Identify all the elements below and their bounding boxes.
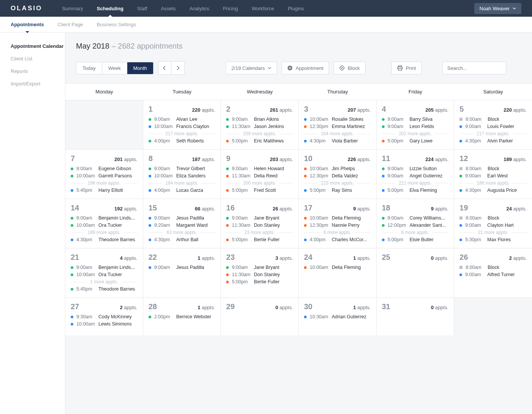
calendar-cell[interactable]: 281 appts.2:00pmBernice Webster xyxy=(143,297,221,335)
calendar-cell[interactable]: 12189 appts.8:00amBlock9:00amEarl West18… xyxy=(454,149,532,199)
appointment[interactable]: 5:45pmTheodore Barnes xyxy=(71,286,138,292)
appointment[interactable]: 11:30amDon Stanley xyxy=(226,223,293,228)
view-today[interactable]: Today xyxy=(76,62,102,74)
appointment[interactable]: 9:00amCorey Williams... xyxy=(382,215,449,221)
calendar-cell[interactable]: 2261 appts.9:00amBrian Atkins11:30amJaso… xyxy=(221,100,299,149)
calendar-cell[interactable]: 9203 appts.9:00amHelen Howard11:30amDeli… xyxy=(221,149,299,199)
appointment[interactable]: 5:00pmElva Fleming xyxy=(382,188,449,193)
calendar-cell[interactable]: 262 appts.8:00amBlock9:00amAlfred Turner xyxy=(454,248,532,297)
appointment[interactable]: 10:30amAdrian Gutierrez xyxy=(304,314,371,319)
more-appts[interactable]: 221 more appts. xyxy=(382,180,449,186)
nav-assets[interactable]: Assets xyxy=(161,0,176,17)
next-month-button[interactable] xyxy=(171,62,184,74)
appointment[interactable]: 4:00pmLucas Garza xyxy=(149,188,215,193)
appointment[interactable]: 9:00amAlvan Lee xyxy=(149,117,215,122)
appointment[interactable]: 4:00pmCharles McCor... xyxy=(304,237,371,242)
appointment[interactable]: 9:00amBrian Atkins xyxy=(226,117,293,122)
appointment[interactable]: 9:00amJesus Padilla xyxy=(149,215,215,221)
sidebar-reports[interactable]: Reports xyxy=(11,68,65,74)
calendar-cell[interactable]: 250 appts. xyxy=(377,248,454,297)
subtab-appointments[interactable]: Appointments xyxy=(11,17,44,33)
calendar-cell[interactable]: 3207 appts.10:00amRosalie Stokes12:30pmE… xyxy=(299,100,377,149)
calendar-cell[interactable]: 272 appts.9:30amCody McKinney10:00amLewi… xyxy=(65,297,143,335)
block-button[interactable]: Block xyxy=(334,62,366,74)
appointment[interactable]: 5:30pmMax Flores xyxy=(459,237,527,242)
appointment[interactable]: 12:30pmNannie Perry xyxy=(304,223,371,228)
appointment[interactable]: 10:00amEliza Sanders xyxy=(149,173,215,179)
appointment[interactable]: 5:45pmHarry Elliott xyxy=(71,188,138,193)
calendar-cell[interactable]: 214 appts.9:00amBenjamin Linds...10:00am… xyxy=(65,248,143,297)
calendar-cell[interactable]: 1924 appts.8:00amBlock9:00amClayton Hart… xyxy=(454,199,532,248)
appointment[interactable]: 5:00pmElsie Butler xyxy=(382,237,449,242)
appointment[interactable]: 9:30amCody McKinney xyxy=(71,314,138,319)
appointment[interactable]: 10:00amOra Tucker xyxy=(71,223,138,228)
appointment[interactable]: 9:00amEugene Gibson xyxy=(71,166,138,171)
appointment[interactable]: 10:00amLewis Simmons xyxy=(71,321,138,327)
appointment[interactable]: 4:30pmArthur Ball xyxy=(149,237,215,242)
appointment[interactable]: 12:00pmAlexander Sant... xyxy=(382,223,449,228)
calendar-cell[interactable]: 241 appts.10:00amDelia Fleming xyxy=(299,248,377,297)
appointment[interactable]: 5:00pmRay Sims xyxy=(304,188,371,193)
appointment[interactable]: 9:00amAlfred Turner xyxy=(459,272,527,277)
calendar-cell[interactable]: 1220 appts.9:00amAlvan Lee10:00amFrancis… xyxy=(143,100,221,149)
appointment[interactable]: 4:00pmSeth Roberts xyxy=(149,138,215,144)
calendar-cell[interactable]: 310 appts. xyxy=(377,297,454,335)
nav-pricing[interactable]: Pricing xyxy=(223,0,238,17)
appointment[interactable]: 5:00pmBertie Fuller xyxy=(226,237,293,242)
appointment[interactable]: 9:00amTrevor Gilbert xyxy=(149,166,215,171)
more-appts[interactable]: 204 more appts. xyxy=(304,131,371,136)
appointment[interactable]: 9:00amJesus Padilla xyxy=(149,265,215,270)
calendar-cell[interactable]: 5220 appts.8:00amBlock9:00amLouis Fowler… xyxy=(454,100,532,149)
appointment[interactable]: 9:00amBenjamin Linds... xyxy=(71,215,138,221)
more-appts[interactable]: 202 more appts. xyxy=(382,131,449,136)
appointment[interactable]: 10:00amRosalie Stokes xyxy=(304,117,371,122)
appointment[interactable]: 9:00amHelen Howard xyxy=(226,166,293,171)
appointment[interactable]: 9:20amMargaret Ward xyxy=(149,223,215,228)
more-appts[interactable]: 198 more appts. xyxy=(71,180,138,186)
more-appts[interactable]: 21 more appts. xyxy=(459,230,527,235)
user-menu-button[interactable]: Noah Weaver xyxy=(474,3,521,14)
nav-analytics[interactable]: Analytics xyxy=(189,0,209,17)
calendar-cell[interactable]: 221 appts.9:00amJesus Padilla xyxy=(143,248,221,297)
more-appts[interactable]: 217 more appts. xyxy=(459,131,527,136)
more-appts[interactable]: 189 more appts. xyxy=(71,230,138,235)
calendar-cell[interactable]: 1566 appts.9:00amJesus Padilla9:20amMarg… xyxy=(143,199,221,248)
more-appts[interactable]: 259 more appts. xyxy=(226,131,293,136)
calendar-cell[interactable]: 8187 appts.9:00amTrevor Gilbert10:00amEl… xyxy=(143,149,221,199)
more-appts[interactable]: 184 more appts. xyxy=(149,180,215,186)
appointment[interactable]: 4:30pmAugusta Price xyxy=(459,188,527,193)
calendar-cell[interactable]: 11224 appts.9:00amLizzie Sutton9:00amAng… xyxy=(377,149,454,199)
nav-workforce[interactable]: Workforce xyxy=(252,0,274,17)
appointment[interactable]: 9:00amLizzie Sutton xyxy=(382,166,449,171)
calendar-cell[interactable]: 301 appts.10:30amAdrian Gutierrez xyxy=(299,297,377,335)
appointment[interactable]: 10:00amDelia Fleming xyxy=(304,215,371,221)
nav-summary[interactable]: Summary xyxy=(62,0,83,17)
sidebar-import-export[interactable]: Import/Export xyxy=(11,81,65,87)
appointment[interactable]: 10:00amDelia Fleming xyxy=(304,265,371,270)
appointment[interactable]: 10:00amOra Tucker xyxy=(71,272,138,277)
appointment[interactable]: 11:30amJason Jenkins xyxy=(226,124,293,129)
appointment[interactable]: 12:30pmEmma Martinez xyxy=(304,124,371,129)
appointment[interactable]: 9:00amBarry Silva xyxy=(382,117,449,122)
more-appts[interactable]: 217 more appts. xyxy=(149,131,215,136)
nav-plugins[interactable]: Plugins xyxy=(288,0,304,17)
appointment[interactable]: 9:00amBenjamin Linds... xyxy=(71,265,138,270)
appointment[interactable]: 2:00pmBernice Webster xyxy=(149,314,215,319)
appointment[interactable]: 5:00pmBertie Fuller xyxy=(226,279,293,284)
view-month[interactable]: Month xyxy=(127,62,153,74)
appointment[interactable]: 9:00amClayton Hart xyxy=(459,223,527,228)
more-appts[interactable]: 63 more appts. xyxy=(149,230,215,235)
more-appts[interactable]: 200 more appts. xyxy=(226,180,293,186)
calendars-dropdown[interactable]: 2/19 Calendars xyxy=(226,62,277,74)
search-box[interactable] xyxy=(442,62,506,74)
more-appts[interactable]: 6 more appts. xyxy=(304,230,371,235)
search-input[interactable] xyxy=(446,65,512,71)
more-appts[interactable]: 23 more appts. xyxy=(226,230,293,235)
appointment[interactable]: 9:00amJane Bryant xyxy=(226,265,293,270)
appointment[interactable]: 11:30amDelia Reed xyxy=(226,173,293,179)
appointment[interactable]: 5:00pmGary Lowe xyxy=(382,138,449,144)
appointment[interactable]: 11:30amDon Stanley xyxy=(226,272,293,277)
appointment[interactable]: 5:00pmFred Scott xyxy=(226,188,293,193)
nav-scheduling[interactable]: Scheduling xyxy=(97,0,124,17)
appointment[interactable]: 8:00amBlock xyxy=(459,117,527,122)
